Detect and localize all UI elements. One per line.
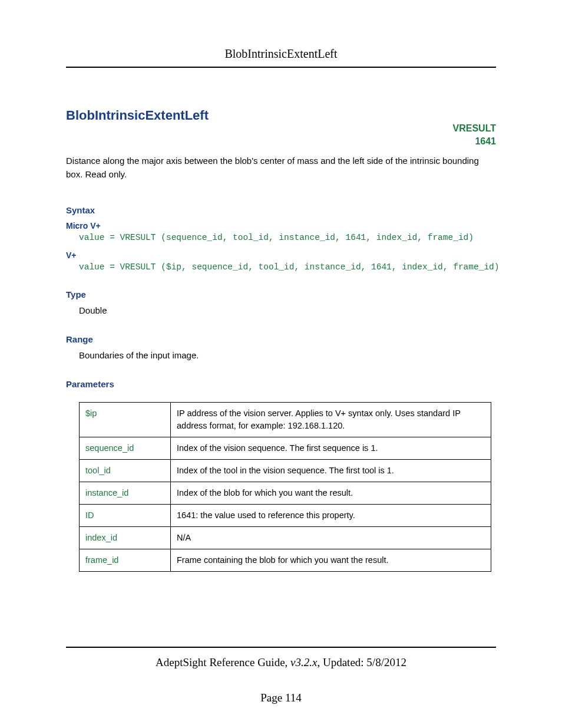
syntax-heading: Syntax — [66, 205, 496, 215]
page-footer: AdeptSight Reference Guide, v3.2.x, Upda… — [66, 647, 496, 704]
param-name: ID — [80, 504, 171, 526]
footer-text: AdeptSight Reference Guide, v3.2.x, Upda… — [66, 656, 496, 669]
table-row: tool_idIndex of the tool in the vision s… — [80, 459, 491, 482]
badge-code: 1641 — [453, 135, 496, 148]
param-name: sequence_id — [80, 437, 171, 459]
page-title: BlobIntrinsicExtentLeft — [66, 108, 496, 123]
parameters-heading: Parameters — [66, 379, 496, 389]
page-number: Page 114 — [66, 691, 496, 704]
header-title: BlobIntrinsicExtentLeft — [66, 47, 496, 67]
param-name: instance_id — [80, 482, 171, 504]
table-row: index_idN/A — [80, 526, 491, 549]
param-desc: Index of the blob for which you want the… — [171, 482, 491, 504]
table-row: $ipIP address of the vision server. Appl… — [80, 402, 491, 437]
table-row: sequence_idIndex of the vision sequence.… — [80, 437, 491, 459]
type-value: Double — [66, 305, 496, 315]
param-desc: Index of the tool in the vision sequence… — [171, 459, 491, 482]
description-text: Distance along the major axis between th… — [66, 154, 496, 182]
result-badge: VRESULT 1641 — [453, 122, 496, 149]
table-row: ID1641: the value used to reference this… — [80, 504, 491, 526]
header-rule — [66, 67, 496, 68]
param-name: $ip — [80, 402, 171, 437]
badge-name: VRESULT — [453, 122, 496, 135]
param-name: frame_id — [80, 549, 171, 571]
table-row: frame_idFrame containing the blob for wh… — [80, 549, 491, 571]
vplus-label: V+ — [66, 251, 496, 260]
range-heading: Range — [66, 334, 496, 344]
param-name: index_id — [80, 526, 171, 549]
param-desc: Frame containing the blob for which you … — [171, 549, 491, 571]
param-name: tool_id — [80, 459, 171, 482]
footer-guide: AdeptSight Reference Guide — [156, 656, 285, 668]
title-row: BlobIntrinsicExtentLeft VRESULT 1641 — [66, 108, 496, 123]
parameters-section: Parameters $ipIP address of the vision s… — [66, 379, 496, 572]
micro-vplus-label: Micro V+ — [66, 221, 496, 230]
param-desc: 1641: the value used to reference this p… — [171, 504, 491, 526]
footer-version: , v3.2.x — [285, 656, 318, 668]
syntax-section: Syntax Micro V+ value = VRESULT (sequenc… — [66, 205, 496, 272]
type-section: Type Double — [66, 289, 496, 315]
param-desc: N/A — [171, 526, 491, 549]
range-value: Boundaries of the input image. — [66, 350, 496, 360]
range-section: Range Boundaries of the input image. — [66, 334, 496, 360]
micro-vplus-code: value = VRESULT (sequence_id, tool_id, i… — [66, 233, 496, 242]
type-heading: Type — [66, 289, 496, 299]
footer-rule — [66, 647, 496, 648]
table-row: instance_idIndex of the blob for which y… — [80, 482, 491, 504]
vplus-code: value = VRESULT ($ip, sequence_id, tool_… — [66, 262, 496, 272]
parameters-table: $ipIP address of the vision server. Appl… — [79, 402, 491, 572]
param-desc: Index of the vision sequence. The first … — [171, 437, 491, 459]
footer-updated: , Updated: 5/8/2012 — [317, 656, 406, 668]
param-desc: IP address of the vision server. Applies… — [171, 402, 491, 437]
